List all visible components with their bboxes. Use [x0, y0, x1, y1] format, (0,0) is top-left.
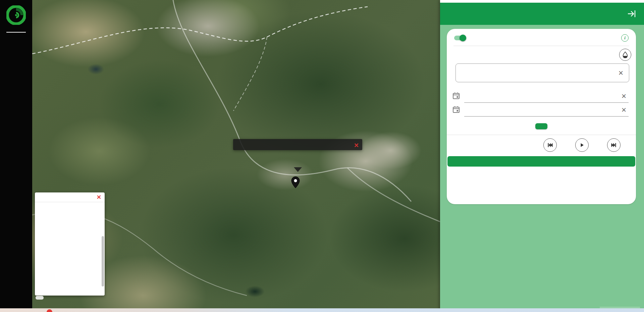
playback-controls [543, 138, 621, 152]
date-start-field: ✕ [464, 92, 629, 103]
date-end-field: ✕ [464, 106, 629, 117]
water-drop-icon [622, 51, 629, 58]
skip-back-button[interactable] [543, 138, 557, 152]
confirm-button[interactable] [535, 123, 547, 129]
app-sidebar [0, 0, 32, 308]
date-start-input[interactable]: ✕ [464, 92, 629, 103]
app-logo-icon [6, 5, 26, 25]
skip-back-icon [547, 142, 553, 148]
interval-label [447, 82, 636, 89]
calendar-icon[interactable] [452, 92, 460, 100]
play-icon [579, 142, 585, 148]
app: ✕ ✕ [0, 0, 644, 312]
play-button[interactable] [575, 138, 589, 152]
legend-scrollbar[interactable] [102, 236, 104, 286]
location-pin-icon[interactable] [291, 176, 300, 188]
variable-select[interactable]: ✕ [455, 63, 629, 82]
variable-type-button[interactable] [619, 49, 631, 61]
info-icon[interactable]: i [621, 34, 629, 42]
divider [6, 32, 26, 33]
archive-panel: i ✕ [440, 0, 644, 312]
cursor-coordinates [36, 296, 44, 300]
legend-header: ✕ [35, 192, 105, 202]
bottom-edge-strip [0, 308, 644, 312]
skip-forward-icon [611, 142, 617, 148]
table-button[interactable] [447, 156, 635, 167]
date-end-input[interactable]: ✕ [464, 106, 629, 117]
panel-header [440, 3, 644, 25]
legend-panel: ✕ [35, 192, 105, 296]
layer-card-gismeteotrigger-giornaliere: i ✕ [447, 29, 636, 204]
layer-toggle[interactable] [453, 34, 467, 42]
legend-close-icon[interactable]: ✕ [97, 194, 101, 201]
clear-date-start-icon[interactable]: ✕ [621, 93, 627, 99]
map-canvas[interactable]: ✕ ✕ [32, 0, 440, 308]
skip-forward-button[interactable] [607, 138, 621, 152]
collapse-right-icon[interactable] [627, 9, 636, 18]
popup-pointer [294, 167, 302, 176]
popup-close-icon[interactable]: ✕ [354, 142, 359, 149]
calendar-icon[interactable] [452, 105, 460, 114]
clear-variable-icon[interactable]: ✕ [618, 70, 624, 76]
map-popup: ✕ [233, 139, 362, 150]
clear-date-end-icon[interactable]: ✕ [621, 107, 627, 113]
panel-body: i ✕ [440, 25, 644, 312]
